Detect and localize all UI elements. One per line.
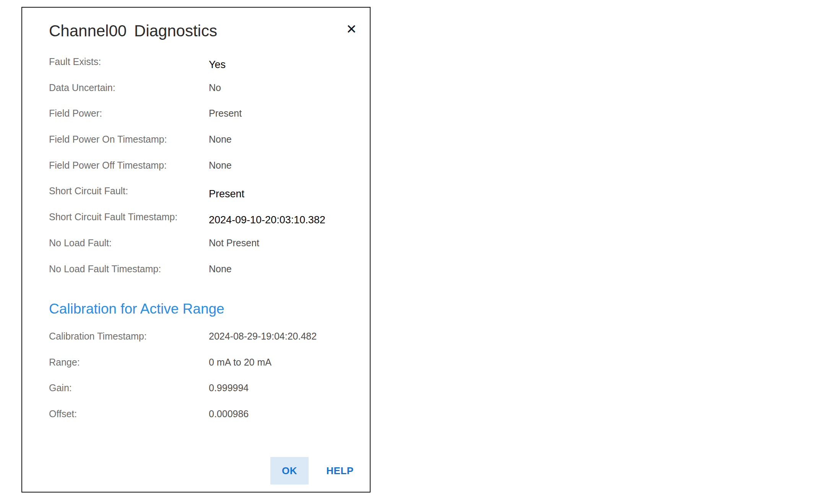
row-short-circuit-fault: Short Circuit Fault: Present — [49, 185, 359, 211]
field-power-on-timestamp-value: None — [209, 133, 232, 145]
calibration-timestamp-value: 2024-08-29-19:04:20.482 — [209, 330, 317, 342]
short-circuit-fault-timestamp-label: Short Circuit Fault Timestamp: — [49, 211, 209, 223]
diagnostics-list: Fault Exists: Yes Data Uncertain: No Fie… — [49, 56, 359, 289]
close-button[interactable]: ✕ — [341, 19, 361, 39]
fault-exists-label: Fault Exists: — [49, 56, 209, 67]
no-load-fault-value: Not Present — [209, 237, 259, 249]
diagnostics-dialog: Channel00 Diagnostics ✕ Fault Exists: Ye… — [21, 7, 371, 493]
field-power-off-timestamp-label: Field Power Off Timestamp: — [49, 159, 209, 171]
calibration-list: Calibration Timestamp: 2024-08-29-19:04:… — [49, 330, 359, 434]
short-circuit-fault-label: Short Circuit Fault: — [49, 185, 209, 197]
close-icon: ✕ — [346, 21, 357, 37]
ok-button[interactable]: OK — [270, 457, 309, 484]
no-load-fault-timestamp-value: None — [209, 263, 232, 275]
offset-label: Offset: — [49, 408, 209, 419]
help-button[interactable]: HELP — [315, 457, 365, 484]
gain-value: 0.999994 — [209, 382, 249, 393]
short-circuit-fault-timestamp-value: 2024-09-10-20:03:10.382 — [209, 214, 325, 226]
row-range: Range: 0 mA to 20 mA — [49, 356, 359, 382]
field-power-label: Field Power: — [49, 107, 209, 119]
row-no-load-fault: No Load Fault: Not Present — [49, 237, 359, 263]
field-power-off-timestamp-value: None — [209, 159, 232, 171]
field-power-value: Present — [209, 107, 242, 119]
field-power-on-timestamp-label: Field Power On Timestamp: — [49, 133, 209, 145]
row-calibration-timestamp: Calibration Timestamp: 2024-08-29-19:04:… — [49, 330, 359, 356]
row-field-power-on-timestamp: Field Power On Timestamp: None — [49, 133, 359, 159]
data-uncertain-label: Data Uncertain: — [49, 82, 209, 93]
calibration-section-heading: Calibration for Active Range — [49, 301, 224, 317]
fault-exists-value: Yes — [209, 59, 226, 71]
row-field-power: Field Power: Present — [49, 107, 359, 133]
row-fault-exists: Fault Exists: Yes — [49, 56, 359, 82]
short-circuit-fault-value: Present — [209, 188, 244, 200]
calibration-timestamp-label: Calibration Timestamp: — [49, 330, 209, 342]
row-gain: Gain: 0.999994 — [49, 382, 359, 408]
data-uncertain-value: No — [209, 82, 221, 93]
range-label: Range: — [49, 356, 209, 368]
row-data-uncertain: Data Uncertain: No — [49, 82, 359, 108]
gain-label: Gain: — [49, 382, 209, 393]
row-no-load-fault-timestamp: No Load Fault Timestamp: None — [49, 263, 359, 289]
no-load-fault-label: No Load Fault: — [49, 237, 209, 249]
row-short-circuit-fault-timestamp: Short Circuit Fault Timestamp: 2024-09-1… — [49, 211, 359, 237]
row-field-power-off-timestamp: Field Power Off Timestamp: None — [49, 159, 359, 185]
no-load-fault-timestamp-label: No Load Fault Timestamp: — [49, 263, 209, 275]
range-value: 0 mA to 20 mA — [209, 356, 272, 368]
dialog-title: Channel00 Diagnostics — [49, 22, 217, 40]
row-offset: Offset: 0.000986 — [49, 408, 359, 434]
offset-value: 0.000986 — [209, 408, 249, 419]
